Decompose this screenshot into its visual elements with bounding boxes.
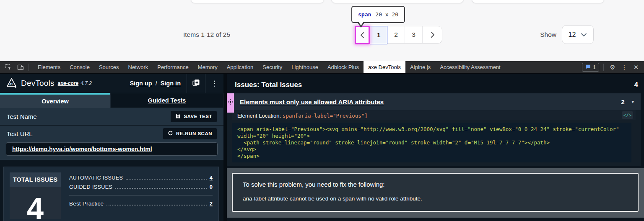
sign-up-link[interactable]: Sign up (130, 80, 152, 87)
divider (603, 64, 604, 71)
issue-card: Elements must only use allowed ARIA attr… (227, 93, 641, 166)
total-issues-title: TOTAL ISSUES (10, 172, 61, 187)
axe-panel-header: ax DevTools axe-core 4.7.2 Sign up / Sig… (0, 74, 223, 93)
page-size-select[interactable]: 12 (562, 25, 594, 44)
pagination-page-1[interactable]: 1 (370, 26, 387, 44)
pagination-page-2[interactable]: 2 (387, 26, 405, 43)
device-toolbar-icon[interactable] (15, 62, 25, 72)
sign-in-link[interactable]: Sign in (161, 80, 181, 87)
inspect-element-icon[interactable] (3, 62, 13, 72)
devtools-tab-axe-devtools[interactable]: axe DevTools (364, 61, 405, 73)
issue-rule-count: 2 (621, 98, 624, 105)
summary-row-automatic: AUTOMATIC ISSUES 4 (69, 175, 213, 181)
automatic-issues-count-link[interactable]: 4 (210, 175, 213, 181)
devtools-tab-elements[interactable]: Elements (33, 61, 65, 73)
pagination: 1 2 3 (355, 26, 442, 44)
axe-options-menu-button[interactable]: ⋮ (205, 74, 223, 93)
new-tab-button[interactable] (187, 74, 205, 93)
issues-counter-value: 1 (593, 64, 596, 70)
product-card (331, 0, 464, 3)
issue-tags-panel: Found automatically Issue severity: seri… (229, 219, 641, 221)
issues-counter-badge[interactable]: 1 (582, 63, 599, 72)
issues-heading: Issues: Total Issues (235, 81, 302, 89)
issue-code-snippet: <span aria-label="Previous"><svg xmlns="… (232, 123, 631, 162)
solve-section: To solve this problem, you need to fix t… (227, 168, 644, 218)
element-location-selector: span[aria-label="Previous"] (283, 113, 368, 119)
axe-core-link[interactable]: axe-core (58, 80, 78, 86)
element-location-bar: Element Location: span[aria-label="Previ… (232, 110, 636, 120)
devtools-tab-accessibility-assessment[interactable]: Accessibility Assessment (435, 61, 505, 73)
devtools-tab-sources[interactable]: Sources (94, 61, 124, 73)
storefront-page: Items 1-12 of 25 span 20 x 20 1 2 3 Show… (0, 0, 644, 61)
close-devtools-icon[interactable]: ✕ (631, 64, 641, 71)
devtools-tab-network[interactable]: Network (124, 61, 153, 73)
devtools-tab-application[interactable]: Application (222, 61, 258, 73)
copy-plus-icon (192, 78, 201, 89)
test-name-label: Test Name (7, 113, 37, 120)
kebab-menu-icon: ⋮ (211, 79, 218, 88)
issue-rule-link[interactable]: Elements must only use allowed ARIA attr… (240, 98, 384, 105)
test-url-label: Test URL (7, 130, 33, 137)
divider (29, 64, 29, 71)
devtools-tab-lighthouse[interactable]: Lighthouse (287, 61, 323, 73)
refresh-icon (168, 131, 173, 137)
settings-gear-icon[interactable]: ⚙ (608, 64, 617, 71)
total-issues-count: 4 (27, 193, 44, 221)
save-floppy-icon (175, 113, 181, 120)
issue-header-row[interactable]: Elements must only use allowed ARIA attr… (227, 93, 641, 110)
pagination-prev-button[interactable] (355, 26, 370, 44)
panel-divider (223, 74, 227, 221)
tab-guided-tests[interactable]: Guided Tests (110, 93, 223, 108)
solve-box: To solve this problem, you need to fix t… (232, 173, 639, 212)
inspect-tooltip: span 20 x 20 (351, 6, 405, 23)
divider (69, 195, 213, 195)
axe-devtools-panel: ax DevTools axe-core 4.7.2 Sign up / Sig… (0, 74, 223, 221)
rerun-scan-button[interactable]: RE-RUN SCAN (163, 128, 217, 139)
best-practice-count-link[interactable]: 2 (210, 200, 213, 207)
save-test-button[interactable]: SAVE TEST (171, 111, 217, 122)
pagination-page-3[interactable]: 3 (405, 26, 423, 43)
axe-logo: ax (6, 77, 17, 90)
show-label: Show (540, 31, 556, 39)
summary-row-guided: GUIDED ISSUES 0 (69, 184, 213, 190)
tooltip-tag-name: span (358, 11, 371, 18)
chevron-right-icon (430, 31, 435, 38)
devtools-tab-security[interactable]: Security (258, 61, 287, 73)
element-location-label: Element Location: (237, 113, 283, 119)
kebab-menu-icon[interactable]: ⋮ (620, 64, 629, 71)
devtools-tab-memory[interactable]: Memory (193, 61, 222, 73)
issue-severity-stripe (227, 93, 234, 113)
collapse-caret-icon[interactable]: ▾ (631, 99, 634, 105)
pagination-next-button[interactable] (423, 26, 442, 43)
chevron-left-icon (360, 32, 365, 39)
view-source-button[interactable]: </> (622, 111, 633, 119)
items-count-label: Items 1-12 of 25 (183, 31, 230, 39)
page-size-value: 12 (569, 31, 576, 39)
devtools-tab-adblock-plus[interactable]: Adblock Plus (323, 61, 364, 73)
solve-title: To solve this problem, you need to fix t… (243, 181, 628, 188)
total-issues-card: TOTAL ISSUES 4 AUTOMATIC ISSUES 4 GUIDED… (3, 167, 219, 221)
devtools-tab-alpinejs[interactable]: Alpine.js (405, 61, 435, 73)
issues-panel: Issues: Total Issues 4 Elements must onl… (227, 74, 644, 221)
devtools-tab-performance[interactable]: Performance (153, 61, 193, 73)
devtools-tab-bar: Elements Console Sources Network Perform… (0, 61, 644, 74)
guided-issues-count: 0 (210, 184, 213, 190)
test-url-link[interactable]: https://demo.hyva.io/women/bottoms-women… (12, 146, 152, 152)
issues-total-count: 4 (634, 81, 638, 89)
tab-overview[interactable]: Overview (0, 93, 110, 108)
test-url-box: https://demo.hyva.io/women/bottoms-women… (6, 142, 218, 156)
axe-brand-title: DevTools (21, 79, 55, 88)
chevron-down-icon (581, 31, 587, 39)
product-card (191, 0, 324, 3)
devtools-tab-console[interactable]: Console (65, 61, 94, 73)
message-bubble-icon (585, 64, 591, 71)
tooltip-dimensions: 20 x 20 (375, 11, 398, 18)
solve-detail: aria-label attribute cannot be used on a… (243, 195, 628, 202)
move-highlight-icon (228, 99, 233, 113)
svg-text:ax: ax (9, 82, 13, 86)
product-card (472, 0, 604, 3)
axe-core-version: 4.7.2 (80, 80, 92, 86)
summary-row-best-practice: Best Practice 2 (69, 200, 213, 207)
